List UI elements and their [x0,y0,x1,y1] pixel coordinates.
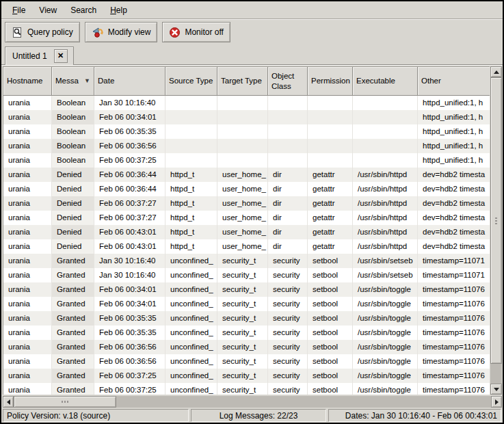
cell-target-type: user_home_ [217,182,268,196]
scrolled-window: HostnameMessa▼DateSource TypeTarget Type… [3,66,502,395]
cell-messa: Denied [52,168,94,182]
column-header-label: Source Type [169,76,213,85]
cell-hostname: urania [3,124,52,139]
cell-target-type: security_t [217,268,268,282]
cell-other: timestamp=11076 [418,326,490,340]
table-row[interactable]: uraniaDeniedFeb 06 00:36:44httpd_tuser_h… [3,168,490,182]
cell-other: dev=hdb2 timesta [418,182,490,196]
cell-messa: Boolean [52,110,94,124]
scroll-up-button[interactable] [490,66,502,77]
horizontal-scrollbar-trough[interactable] [116,396,491,408]
table-row[interactable]: uraniaBooleanFeb 06 00:37:25httpd_unifie… [3,153,490,168]
cell-executable [353,139,418,153]
cell-source-type: unconfined_ [165,268,217,282]
column-header-label: Permission [311,76,350,85]
scroll-down-button[interactable] [490,384,502,395]
cell-messa: Granted [52,311,94,326]
query-policy-button[interactable]: Query policy [5,22,80,42]
cell-target-type: user_home_ [217,196,268,211]
column-header-source-type[interactable]: Source Type [165,67,217,96]
cell-date: Feb 06 00:37:27 [94,196,165,211]
cell-source-type: unconfined_ [165,326,217,340]
menu-file[interactable]: File [5,3,32,17]
cell-hostname: urania [3,96,52,110]
cell-source-type: unconfined_ [165,369,217,383]
cell-executable: /usr/sbin/toggle [353,311,418,326]
column-header-other[interactable]: Other [418,67,490,96]
cell-permission: getattr [308,239,353,254]
table-row[interactable]: uraniaDeniedFeb 06 00:37:27httpd_tuser_h… [3,196,490,211]
cell-other: timestamp=11076 [418,383,490,395]
cell-target-type [217,153,268,168]
cell-object-class: dir [268,182,308,196]
tab-untitled-1[interactable]: Untitled 1 ✕ [5,47,74,65]
cell-other: timestamp=11076 [418,311,490,326]
vertical-scrollbar-trough[interactable] [490,364,502,384]
table-row[interactable]: uraniaGrantedFeb 06 00:37:25unconfined_s… [3,383,490,395]
cell-date: Feb 06 00:37:25 [94,383,165,395]
cell-permission [308,153,353,168]
monitor-off-button[interactable]: Monitor off [162,22,230,42]
table-row[interactable]: uraniaBooleanFeb 06 00:35:35httpd_unifie… [3,124,490,139]
vertical-scrollbar-thumb[interactable] [490,77,502,364]
cell-permission [308,139,353,153]
menu-view[interactable]: View [32,3,64,17]
table-row[interactable]: uraniaBooleanFeb 06 00:34:01httpd_unifie… [3,110,490,124]
menu-search[interactable]: Search [64,3,103,17]
table-row[interactable]: uraniaGrantedFeb 06 00:36:56unconfined_s… [3,354,490,369]
cell-target-type: security_t [217,340,268,354]
cell-executable [353,96,418,110]
cell-target-type [217,96,268,110]
table-row[interactable]: uraniaGrantedFeb 06 00:34:01unconfined_s… [3,282,490,297]
table-row[interactable]: uraniaGrantedFeb 06 00:34:01unconfined_s… [3,297,490,311]
cell-other: timestamp=11076 [418,297,490,311]
cell-object-class: dir [268,239,308,254]
table-row[interactable]: uraniaDeniedFeb 06 00:43:01httpd_tuser_h… [3,239,490,254]
cell-object-class: security [268,354,308,369]
cell-messa: Granted [52,297,94,311]
column-header-hostname[interactable]: Hostname [3,67,52,96]
vertical-scrollbar[interactable] [490,66,502,395]
column-header-object-class[interactable]: Object Class [268,67,308,96]
table-row[interactable]: uraniaDeniedFeb 06 00:36:44httpd_tuser_h… [3,182,490,196]
table-row[interactable]: uraniaGrantedFeb 06 00:35:35unconfined_s… [3,311,490,326]
cell-permission: setbool [308,369,353,383]
tab-close-button[interactable]: ✕ [54,49,68,63]
cell-executable [353,124,418,139]
cell-other: httpd_unified:1, h [418,139,490,153]
table-row[interactable]: uraniaBooleanJan 30 10:16:40httpd_unifie… [3,96,490,110]
scroll-right-button[interactable] [491,396,502,408]
column-header-executable[interactable]: Executable [353,67,418,96]
cell-date: Feb 06 00:37:27 [94,211,165,225]
table-row[interactable]: uraniaGrantedJan 30 10:16:40unconfined_s… [3,254,490,268]
table-row[interactable]: uraniaGrantedFeb 06 00:37:25unconfined_s… [3,369,490,383]
cell-hostname: urania [3,383,52,395]
column-header-messa[interactable]: Messa▼ [52,67,94,96]
table-row[interactable]: uraniaGrantedJan 30 10:16:40unconfined_s… [3,268,490,282]
table-row[interactable]: uraniaGrantedFeb 06 00:36:56unconfined_s… [3,340,490,354]
table-row[interactable]: uraniaDeniedFeb 06 00:43:01httpd_tuser_h… [3,225,490,239]
menu-help[interactable]: Help [103,3,134,17]
cell-target-type: security_t [217,369,268,383]
cell-date: Feb 06 00:35:35 [94,124,165,139]
cell-hostname: urania [3,225,52,239]
cell-target-type [217,139,268,153]
cell-date: Feb 06 00:36:56 [94,340,165,354]
column-header-permission[interactable]: Permission [308,67,353,96]
column-header-label: Target Type [221,76,262,85]
table-body: uraniaBooleanJan 30 10:16:40httpd_unifie… [3,96,490,395]
cell-messa: Denied [52,196,94,211]
cell-target-type: security_t [217,282,268,297]
column-header-target-type[interactable]: Target Type [217,67,268,96]
modify-view-button[interactable]: Modify view [85,22,158,42]
scroll-left-button[interactable] [3,396,14,408]
thumb-grip-icon [495,217,497,219]
column-header-date[interactable]: Date [94,67,165,96]
table-row[interactable]: uraniaBooleanFeb 06 00:36:56httpd_unifie… [3,139,490,153]
table-row[interactable]: uraniaDeniedFeb 06 00:37:27httpd_tuser_h… [3,211,490,225]
cell-hostname: urania [3,110,52,124]
table-row[interactable]: uraniaGrantedFeb 06 00:35:35unconfined_s… [3,326,490,340]
horizontal-scrollbar-thumb[interactable] [14,396,116,408]
cell-other: httpd_unified:1, h [418,110,490,124]
horizontal-scrollbar[interactable] [3,396,502,408]
